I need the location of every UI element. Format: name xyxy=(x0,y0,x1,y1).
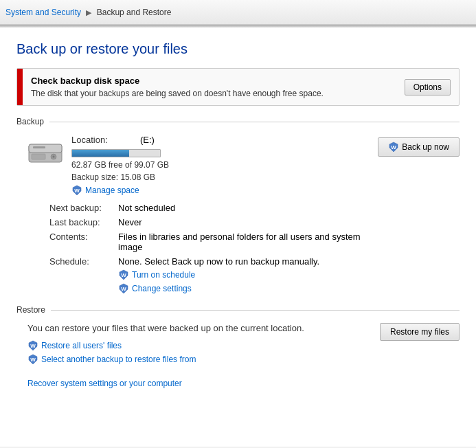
shield-small-icon: W xyxy=(71,185,82,196)
svg-rect-5 xyxy=(33,146,45,148)
manage-space-link[interactable]: W Manage space xyxy=(71,185,169,196)
backup-main-row: Location: (E:) 62.87 GB free of 99.07 GB… xyxy=(16,135,460,196)
recover-system-link[interactable]: Recover system settings or your computer xyxy=(27,379,182,388)
system-security-link[interactable]: System and Security xyxy=(5,8,81,17)
schedule-label: Schedule: xyxy=(49,256,118,267)
hard-drive-icon xyxy=(27,139,63,166)
restore-all-users-link[interactable]: W Restore all users' files xyxy=(27,340,304,351)
backup-info-grid: Next backup: Not scheduled Last backup: … xyxy=(49,203,460,297)
last-backup-row: Last backup: Never xyxy=(49,217,460,227)
backup-section-header: Backup xyxy=(16,117,460,126)
warning-box: Check backup disk space The disk that yo… xyxy=(16,68,460,106)
backup-now-area: W Back up now xyxy=(378,135,460,157)
backup-size-value: 15.08 GB xyxy=(120,172,155,182)
contents-label: Contents: xyxy=(49,232,118,242)
restore-section-header: Restore xyxy=(16,305,460,315)
restore-section-label: Restore xyxy=(16,305,45,315)
restore-description-text: You can restore your files that were bac… xyxy=(27,323,304,333)
shield-settings-icon: W xyxy=(118,283,129,294)
backup-restore-label: Backup and Restore xyxy=(97,8,172,17)
warning-content: Check backup disk space The disk that yo… xyxy=(23,69,396,105)
free-space-text: 62.87 GB free of 99.07 GB xyxy=(71,160,169,170)
backup-section-line xyxy=(49,122,460,122)
svg-text:W: W xyxy=(121,272,126,278)
schedule-row: Schedule: None. Select Back up now to ru… xyxy=(49,256,460,297)
shield-select-backup-icon: W xyxy=(27,354,38,365)
back-up-now-button[interactable]: W Back up now xyxy=(378,137,460,157)
contents-value: Files in libraries and personal folders … xyxy=(118,232,379,252)
next-backup-label: Next backup: xyxy=(49,203,118,213)
svg-text:W: W xyxy=(121,286,126,292)
warning-title: Check backup disk space xyxy=(31,76,388,86)
schedule-value-area: None. Select Back up now to run backup m… xyxy=(118,256,319,297)
restore-content: You can restore your files that were bac… xyxy=(16,323,460,388)
disk-space-fill xyxy=(72,150,129,157)
svg-point-4 xyxy=(53,156,55,158)
schedule-value: None. Select Back up now to run backup m… xyxy=(118,256,319,267)
backup-button-icon: W xyxy=(388,142,399,153)
restore-row: You can restore your files that were bac… xyxy=(27,323,460,368)
warning-button-area: Options xyxy=(396,69,459,105)
backup-section-label: Backup xyxy=(16,117,44,126)
restore-button-area: Restore my files xyxy=(380,323,460,341)
select-another-backup-link[interactable]: W Select another backup to restore files… xyxy=(27,354,304,365)
shield-restore-all-icon: W xyxy=(27,340,38,351)
backup-left: Location: (E:) 62.87 GB free of 99.07 GB… xyxy=(27,135,169,196)
last-backup-label: Last backup: xyxy=(49,217,118,227)
location-label: Location: xyxy=(71,135,140,145)
page-title: Back up or restore your files xyxy=(16,41,460,57)
main-content: Back up or restore your files Check back… xyxy=(0,27,476,447)
breadcrumb-arrow: ▶ xyxy=(86,8,91,16)
disk-space-progress xyxy=(71,149,161,157)
next-backup-value: Not scheduled xyxy=(118,203,175,213)
svg-text:W: W xyxy=(392,144,397,150)
options-button[interactable]: Options xyxy=(405,79,451,96)
next-backup-row: Next backup: Not scheduled xyxy=(49,203,460,213)
change-settings-link[interactable]: W Change settings xyxy=(118,283,319,294)
backup-size-label: Backup size: xyxy=(71,172,118,182)
location-row: Location: (E:) xyxy=(71,135,169,145)
drive-icon-area xyxy=(27,139,63,168)
backup-size-text: Backup size: 15.08 GB xyxy=(71,172,169,182)
svg-text:W: W xyxy=(30,357,36,363)
svg-text:W: W xyxy=(30,343,36,349)
turn-on-schedule-link[interactable]: W Turn on schedule xyxy=(118,269,319,280)
location-value: (E:) xyxy=(140,135,155,145)
svg-text:W: W xyxy=(74,188,80,194)
shield-schedule-icon: W xyxy=(118,269,129,280)
backup-info: Location: (E:) 62.87 GB free of 99.07 GB… xyxy=(71,135,169,196)
contents-row: Contents: Files in libraries and persona… xyxy=(49,232,460,252)
restore-my-files-button[interactable]: Restore my files xyxy=(380,323,460,341)
restore-description: You can restore your files that were bac… xyxy=(27,323,304,368)
restore-section-line xyxy=(51,310,460,311)
warning-red-bar xyxy=(17,69,23,105)
warning-text: The disk that your backups are being sav… xyxy=(31,89,388,98)
breadcrumb: System and Security ▶ Backup and Restore xyxy=(0,0,476,25)
last-backup-value: Never xyxy=(118,217,142,227)
schedule-links: W Turn on schedule W Change settings xyxy=(118,269,319,297)
svg-rect-2 xyxy=(32,154,45,159)
